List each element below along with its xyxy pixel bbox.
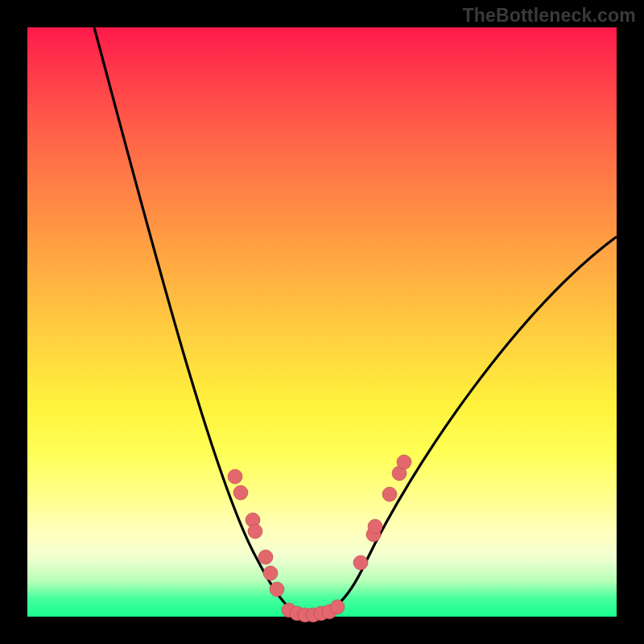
data-point bbox=[330, 600, 345, 614]
data-point bbox=[248, 524, 262, 539]
chart-frame: TheBottleneck.com bbox=[0, 0, 644, 644]
data-point bbox=[233, 485, 248, 500]
watermark-text: TheBottleneck.com bbox=[462, 5, 636, 27]
plot-area bbox=[27, 27, 617, 617]
data-point bbox=[382, 487, 397, 502]
data-point bbox=[353, 555, 368, 570]
data-point bbox=[368, 519, 382, 534]
bottleneck-curve bbox=[94, 27, 617, 615]
bottleneck-curve-svg bbox=[27, 27, 617, 617]
data-point bbox=[258, 550, 273, 564]
data-point bbox=[397, 455, 411, 469]
data-point bbox=[270, 582, 284, 597]
data-point bbox=[228, 469, 242, 484]
data-point bbox=[263, 566, 278, 580]
